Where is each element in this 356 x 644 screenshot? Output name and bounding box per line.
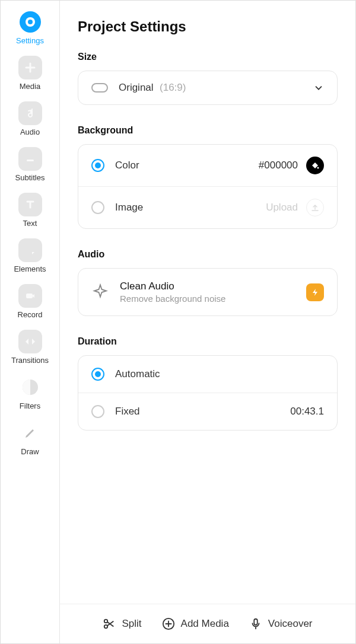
section-duration: Duration Automatic Fixed 00:43.1 bbox=[78, 336, 338, 431]
microphone-icon bbox=[249, 617, 262, 630]
section-background: Background Color #000000 bbox=[78, 125, 338, 229]
svg-point-2 bbox=[28, 20, 33, 24]
duration-options: Automatic Fixed 00:43.1 bbox=[78, 355, 338, 431]
color-swatch-button[interactable] bbox=[306, 157, 324, 174]
section-size: Size Original (16:9) bbox=[78, 52, 338, 105]
upload-icon bbox=[310, 203, 320, 212]
svg-rect-4 bbox=[27, 160, 34, 161]
duration-fixed-value: 00:43.1 bbox=[290, 406, 324, 417]
text-icon bbox=[18, 193, 42, 216]
background-image-option[interactable]: Image Upload bbox=[78, 187, 337, 228]
sidebar-item-audio[interactable]: Audio bbox=[4, 101, 57, 136]
bolt-icon bbox=[311, 288, 319, 297]
duration-fixed-label: Fixed bbox=[115, 406, 140, 417]
radio-selected-icon bbox=[91, 159, 104, 172]
radio-unselected-icon bbox=[91, 405, 104, 418]
radio-unselected-icon bbox=[91, 201, 104, 214]
audio-options: Clean Audio Remove background noise bbox=[78, 268, 338, 316]
sidebar-item-subtitles[interactable]: Subtitles bbox=[4, 147, 57, 182]
sidebar-item-record[interactable]: Record bbox=[4, 284, 57, 319]
sidebar-item-label: Media bbox=[20, 82, 40, 91]
sidebar-item-label: Settings bbox=[16, 36, 44, 45]
sidebar-item-label: Subtitles bbox=[15, 173, 45, 182]
size-value: Original bbox=[119, 82, 154, 93]
sidebar-item-label: Record bbox=[18, 310, 43, 319]
clean-audio-subtitle: Remove background noise bbox=[120, 294, 225, 304]
background-color-label: Color bbox=[115, 160, 139, 171]
background-options: Color #000000 Image Upload bbox=[78, 144, 338, 229]
sidebar-item-label: Elements bbox=[14, 264, 46, 273]
background-color-option[interactable]: Color #000000 bbox=[78, 145, 337, 187]
sidebar: Settings Media Audio Subtitles Text Elem… bbox=[1, 1, 60, 643]
clean-audio-title: Clean Audio bbox=[120, 280, 225, 292]
size-ratio: (16:9) bbox=[160, 82, 186, 93]
background-image-action-label: Upload bbox=[266, 202, 298, 213]
subtitles-icon bbox=[18, 147, 42, 171]
transitions-icon bbox=[18, 330, 42, 353]
radio-selected-icon bbox=[91, 368, 104, 381]
sidebar-item-label: Text bbox=[23, 219, 37, 228]
paint-bucket-icon bbox=[310, 161, 320, 170]
sidebar-item-transitions[interactable]: Transitions bbox=[4, 330, 57, 365]
sparkle-icon bbox=[91, 283, 109, 301]
sidebar-item-elements[interactable]: Elements bbox=[4, 238, 57, 273]
sidebar-item-label: Audio bbox=[20, 127, 40, 136]
sidebar-item-label: Filters bbox=[20, 401, 40, 410]
split-label: Split bbox=[122, 618, 141, 630]
section-audio: Audio Clean Audio Remove background nois… bbox=[78, 249, 338, 316]
svg-point-7 bbox=[317, 167, 319, 169]
voiceover-label: Voiceover bbox=[268, 618, 313, 630]
premium-badge bbox=[306, 283, 324, 301]
bottombar: Split Add Media Voiceover bbox=[60, 604, 355, 643]
sidebar-item-label: Transitions bbox=[11, 356, 49, 365]
sidebar-item-filters[interactable]: Filters bbox=[4, 375, 57, 410]
section-duration-label: Duration bbox=[78, 336, 338, 347]
upload-button[interactable] bbox=[306, 199, 324, 216]
duration-automatic-label: Automatic bbox=[115, 368, 160, 380]
add-media-button[interactable]: Add Media bbox=[162, 617, 229, 630]
contrast-icon bbox=[18, 375, 42, 399]
main-panel: Project Settings Size Original (16:9) Ba… bbox=[60, 1, 355, 643]
plus-circle-icon bbox=[162, 617, 175, 630]
sidebar-item-text[interactable]: Text bbox=[4, 193, 57, 228]
content-scroll: Project Settings Size Original (16:9) Ba… bbox=[60, 1, 355, 604]
svg-rect-11 bbox=[254, 619, 258, 625]
camera-icon bbox=[18, 284, 42, 308]
scissors-icon bbox=[103, 617, 116, 630]
settings-icon bbox=[18, 10, 42, 34]
aspect-ratio-icon bbox=[91, 83, 108, 93]
section-audio-label: Audio bbox=[78, 249, 338, 260]
section-background-label: Background bbox=[78, 125, 338, 136]
voiceover-button[interactable]: Voiceover bbox=[249, 617, 313, 630]
sticker-icon bbox=[18, 238, 42, 262]
sidebar-item-settings[interactable]: Settings bbox=[4, 10, 57, 45]
svg-rect-3 bbox=[26, 155, 35, 162]
add-media-label: Add Media bbox=[181, 618, 229, 630]
duration-fixed-option[interactable]: Fixed 00:43.1 bbox=[78, 393, 337, 430]
size-dropdown[interactable]: Original (16:9) bbox=[78, 71, 338, 105]
background-color-value: #000000 bbox=[259, 160, 298, 171]
music-note-icon bbox=[18, 101, 42, 125]
duration-automatic-option[interactable]: Automatic bbox=[78, 356, 337, 393]
sidebar-item-media[interactable]: Media bbox=[4, 56, 57, 91]
clean-audio-option[interactable]: Clean Audio Remove background noise bbox=[78, 269, 337, 315]
pencil-icon bbox=[18, 421, 42, 445]
page-title: Project Settings bbox=[78, 18, 338, 35]
plus-icon bbox=[18, 56, 42, 79]
section-size-label: Size bbox=[78, 52, 338, 62]
sidebar-item-label: Draw bbox=[21, 447, 39, 456]
split-button[interactable]: Split bbox=[103, 617, 141, 630]
background-image-label: Image bbox=[115, 202, 143, 213]
svg-rect-5 bbox=[26, 294, 33, 298]
sidebar-item-draw[interactable]: Draw bbox=[4, 421, 57, 456]
chevron-down-icon bbox=[313, 82, 324, 93]
